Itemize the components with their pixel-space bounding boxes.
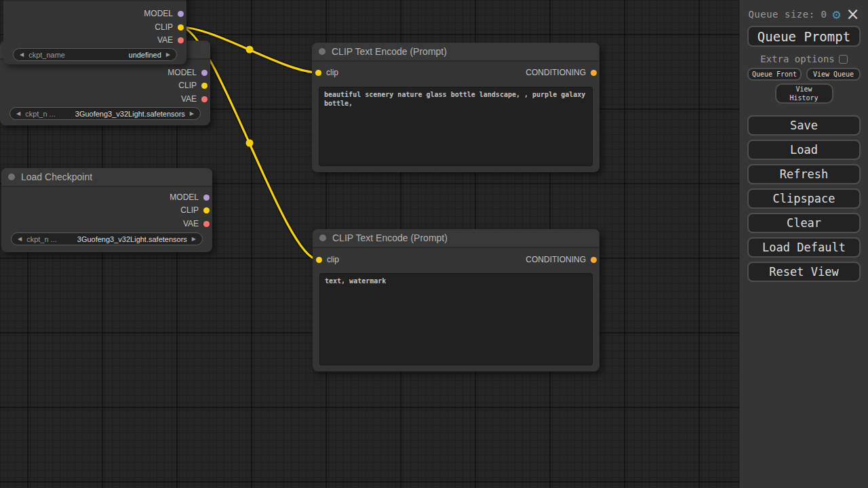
comfy-menu-panel: Queue size: 0 ⚙ × Queue Prompt Extra opt…: [739, 0, 868, 488]
widget-label: ckpt_n ...: [26, 235, 57, 243]
vae-slot-dot[interactable]: [201, 96, 208, 102]
conditioning-slot-dot[interactable]: [591, 70, 597, 76]
widget-next-icon[interactable]: ▶: [190, 111, 194, 117]
output-slot-conditioning[interactable]: CONDITIONING: [526, 66, 599, 79]
extra-options-checkbox[interactable]: [839, 55, 848, 64]
view-queue-button[interactable]: View Queue: [806, 68, 861, 81]
node-collapse-dot[interactable]: [319, 48, 326, 55]
node-load-checkpoint[interactable]: Load Checkpoint MODEL CLIP VAE ◀ ckpt_n …: [1, 168, 212, 252]
load-default-button[interactable]: Load Default: [747, 237, 861, 258]
slot-label: CLIP: [155, 22, 173, 32]
extra-options-row: Extra options: [740, 53, 868, 65]
clear-button[interactable]: Clear: [747, 213, 861, 233]
settings-gear-icon[interactable]: ⚙: [832, 7, 840, 21]
slot-label: clip: [327, 255, 339, 264]
link-midpoint-dot: [246, 140, 254, 147]
slot-label: VAE: [181, 94, 197, 104]
node-collapse-dot[interactable]: [8, 174, 15, 180]
output-slot-vae[interactable]: VAE: [181, 92, 210, 106]
slot-label: VAE: [157, 35, 173, 45]
slot-label: VAE: [183, 219, 199, 228]
vae-slot-dot[interactable]: [178, 37, 184, 43]
widget-prev-icon[interactable]: ◀: [18, 237, 22, 242]
widget-value: 3Guofeng3_v32Light.safetensors: [75, 110, 185, 118]
node-graph-canvas[interactable]: MODEL CLIP VAE ◀ ckpt_n ... 3Guofeng3_v3…: [0, 0, 868, 488]
input-slot-clip[interactable]: clip: [313, 253, 339, 266]
node-title: CLIP Text Encode (Prompt): [332, 46, 447, 57]
output-slot-vae[interactable]: VAE: [157, 33, 186, 47]
model-slot-dot[interactable]: [201, 70, 208, 76]
slot-label: clip: [326, 68, 338, 77]
node-title-bar[interactable]: [3, 0, 186, 1]
clip-slot-dot[interactable]: [203, 207, 210, 214]
reset-view-button[interactable]: Reset View: [747, 262, 861, 282]
vae-slot-dot[interactable]: [203, 221, 210, 227]
link-midpoint-dot: [246, 46, 254, 54]
queue-status-row: Queue size: 0 ⚙ ×: [740, 7, 868, 22]
slot-label: CONDITIONING: [526, 255, 586, 264]
queue-front-button[interactable]: Queue Front: [747, 68, 802, 81]
widget-prev-icon[interactable]: ◀: [20, 52, 24, 58]
slot-label: MODEL: [144, 9, 173, 18]
extra-options-label: Extra options: [760, 54, 835, 64]
node-clip-text-encode-positive[interactable]: CLIP Text Encode (Prompt) clip CONDITION…: [312, 43, 599, 172]
node-title-bar[interactable]: CLIP Text Encode (Prompt): [313, 229, 599, 248]
model-slot-dot[interactable]: [178, 11, 184, 17]
node-title: CLIP Text Encode (Prompt): [332, 232, 448, 243]
queue-prompt-button[interactable]: Queue Prompt: [747, 26, 861, 47]
node-clip-text-encode-negative[interactable]: CLIP Text Encode (Prompt) clip CONDITION…: [313, 229, 599, 371]
node-title-bar[interactable]: CLIP Text Encode (Prompt): [312, 43, 599, 62]
widget-prev-icon[interactable]: ◀: [16, 111, 20, 117]
slot-label: MODEL: [170, 192, 199, 202]
clip-slot-dot[interactable]: [201, 83, 208, 89]
clip-slot-dot[interactable]: [315, 70, 321, 76]
node-title: Load Checkpoint: [21, 171, 92, 182]
ckpt-name-widget[interactable]: ◀ ckpt_name undefined ▶: [13, 48, 177, 61]
slot-label: CLIP: [180, 205, 199, 215]
clip-slot-dot[interactable]: [316, 257, 322, 263]
node-title-bar[interactable]: Load Checkpoint: [1, 168, 212, 187]
ckpt-name-widget[interactable]: ◀ ckpt_n ... 3Guofeng3_v32Light.safetens…: [9, 107, 201, 120]
widget-label: ckpt_name: [28, 51, 65, 59]
output-slot-clip[interactable]: CLIP: [178, 79, 210, 92]
node-load-checkpoint-top[interactable]: MODEL CLIP VAE ◀ ckpt_name undefined ▶: [3, 0, 186, 64]
output-slot-clip[interactable]: CLIP: [180, 203, 212, 217]
widget-label: ckpt_n ...: [25, 110, 56, 118]
conditioning-slot-dot[interactable]: [591, 257, 597, 263]
output-slot-conditioning[interactable]: CONDITIONING: [526, 253, 599, 266]
node-collapse-dot[interactable]: [319, 235, 326, 241]
widget-value: 3Guofeng3_v32Light.safetensors: [77, 235, 187, 243]
prompt-text-input[interactable]: text, watermark: [319, 273, 593, 365]
clipspace-button[interactable]: Clipspace: [747, 188, 861, 209]
view-history-button[interactable]: View History: [775, 83, 833, 104]
output-slot-vae[interactable]: VAE: [183, 217, 212, 230]
ckpt-name-widget[interactable]: ◀ ckpt_n ... 3Guofeng3_v32Light.safetens…: [11, 232, 203, 245]
slot-label: CLIP: [178, 81, 197, 90]
slot-label: CONDITIONING: [526, 68, 586, 77]
output-slot-model[interactable]: MODEL: [167, 66, 210, 79]
save-button[interactable]: Save: [747, 115, 861, 136]
model-slot-dot[interactable]: [203, 195, 210, 201]
output-slot-model[interactable]: MODEL: [144, 7, 186, 20]
widget-next-icon[interactable]: ▶: [166, 52, 170, 58]
menu-button-stack: Save Load Refresh Clipspace Clear Load D…: [740, 115, 868, 282]
output-slot-clip[interactable]: CLIP: [155, 20, 186, 34]
widget-value: undefined: [129, 51, 161, 59]
slot-label: MODEL: [167, 68, 197, 77]
close-icon[interactable]: ×: [846, 8, 860, 20]
queue-actions-row: Queue Front View Queue: [740, 68, 868, 81]
prompt-text-input[interactable]: beautiful scenery nature glass bottle la…: [319, 87, 593, 166]
queue-size-label: Queue size: 0: [748, 9, 827, 20]
clip-slot-dot[interactable]: [178, 24, 184, 30]
load-button[interactable]: Load: [747, 140, 861, 160]
refresh-button[interactable]: Refresh: [747, 164, 861, 184]
widget-next-icon[interactable]: ▶: [192, 237, 196, 242]
output-slot-model[interactable]: MODEL: [170, 190, 212, 204]
input-slot-clip[interactable]: clip: [312, 66, 338, 79]
